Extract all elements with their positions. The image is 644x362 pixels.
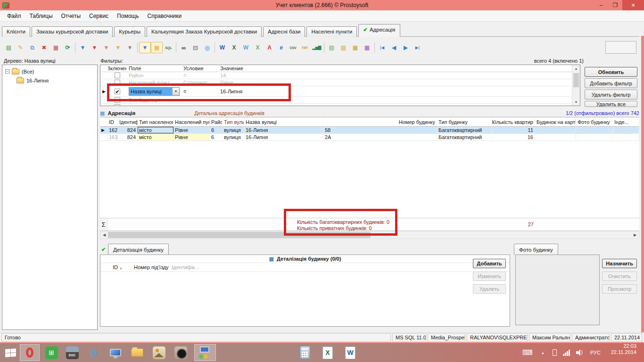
col-id[interactable]: ID▲ [111,264,132,270]
nav-last-icon[interactable]: ▶| [412,42,423,53]
search-icon[interactable]: ∞ [178,42,190,53]
detail-delete-button[interactable]: Удалить [473,284,506,294]
form-edit-icon[interactable]: ▤ [338,42,349,53]
filter-checkbox[interactable]: ✔ [108,86,127,96]
sql-filter-icon[interactable]: SQL [163,42,174,53]
checkbox-icon[interactable] [115,73,120,78]
filter-field[interactable]: Тип будинку [127,97,182,103]
scroll-thumb[interactable] [573,73,579,87]
filter-condition[interactable] [182,97,218,103]
taskbar-opera-icon[interactable] [20,344,40,361]
detail-add-button[interactable]: Добавить [473,259,506,268]
tray-volume[interactable]: ) [576,343,583,362]
menu-reference[interactable]: Справочники [143,13,186,19]
template-word-icon[interactable]: W [240,42,252,53]
tray-keyboard[interactable]: ⌨ [522,343,533,362]
col-settlement[interactable]: Населений пункт [173,117,210,126]
form-add-icon[interactable]: ▤ [326,42,338,53]
remove-filter-button[interactable]: Удалить фильтр [585,90,637,99]
checkbox-icon[interactable] [115,104,120,106]
export-word-icon[interactable]: W [216,42,228,53]
tab-delivery-orders[interactable]: Заказы курьерской доставки [32,26,113,37]
start-button[interactable] [3,344,18,361]
menu-reports[interactable]: Отчеты [57,13,85,19]
photo-view-button[interactable]: Просмотр [602,284,637,294]
scroll-down-icon[interactable]: ▼ [572,99,580,106]
col-index[interactable]: Інде... [613,117,639,126]
filter-condition[interactable]: = [182,72,218,79]
delete-table-icon[interactable]: ▦ [50,42,62,53]
export-pdf-icon[interactable]: A [264,42,275,53]
scroll-thumb[interactable] [108,232,371,238]
export-csv-icon[interactable]: CSV [287,42,299,53]
refresh-filters-button[interactable]: Обновить [585,67,637,77]
collapse-icon[interactable]: − [5,69,9,74]
filter-value[interactable]: Рівне [218,79,572,86]
tray-device[interactable] [553,343,557,362]
edit-record-icon[interactable]: ✎ [15,42,26,53]
filter-tree-icon[interactable]: ▦ [151,42,163,53]
checkbox-icon[interactable] [115,80,120,85]
tree-item-all[interactable]: − (Все) [2,67,97,76]
nav-first-icon[interactable]: |◀ [376,42,388,53]
form-tables-icon[interactable]: ▦ [361,42,373,53]
checkbox-icon[interactable] [115,97,120,103]
tray-clock[interactable]: 22:03 22.11.2014 [607,343,636,362]
taskbar-crm-icon[interactable] [194,344,216,361]
restore-button[interactable]: ❐ [608,0,622,10]
detail-edit-button[interactable]: Изменить [473,272,506,281]
taskbar-excel-icon[interactable]: X [320,344,336,361]
menu-file[interactable]: Файл [3,13,25,19]
col-entrance[interactable]: Номер під'їзду [132,264,170,270]
tray-language[interactable]: РУС [590,343,601,362]
table-row[interactable]: 163 824 місто Рівне 6 вулиця 16-Липня 2А… [100,134,639,141]
filter-checkbox[interactable] [108,104,127,106]
chevron-down-icon[interactable]: ▼ [172,88,179,95]
taskbar-word-icon[interactable]: W [342,344,358,361]
cell-settl-type[interactable]: місто [138,127,173,133]
filter-value[interactable]: 14 [218,72,572,79]
tab-couriers[interactable]: Курьеры [114,26,145,37]
filter-checkbox[interactable] [108,79,127,86]
scroll-left-icon[interactable]: ◀ [100,231,108,239]
refresh-icon[interactable]: ⟳ [62,42,74,53]
tab-order-calculation[interactable]: Калькуляция Заказа Курьерской доставки [147,26,262,37]
col-street-type[interactable]: Тип вулиці [223,117,244,126]
filter-field[interactable]: Район [127,72,182,79]
nav-prev-icon[interactable]: ◀ [388,42,400,53]
tab-house-photo[interactable]: Фото будинку [514,244,558,255]
export-html-icon[interactable]: e [275,42,287,53]
tray-network[interactable] [563,343,570,362]
menu-tables[interactable]: Таблицы [25,13,57,19]
col-apartments[interactable]: Кількість квартир [492,117,535,126]
tab-house-detail[interactable]: Деталізація будинку [108,244,169,255]
filter-add-icon[interactable]: ▼ [77,42,89,53]
filter-clear-icon[interactable]: ▼ [100,42,112,53]
tab-clients[interactable]: Клієнти [2,26,30,37]
taskbar-calculator-icon[interactable] [297,344,313,361]
remove-all-filters-button[interactable]: Удалить все [585,101,637,107]
filter-value[interactable]: 16-Липня [218,86,572,96]
filter-row[interactable]: Район = 14 [100,72,572,79]
field-combobox[interactable]: Назва вулиці▼ [129,87,180,96]
tray-show-hidden[interactable]: ▲ [541,343,545,362]
filter-delete-icon[interactable]: ▼ [89,42,100,53]
col-ident[interactable]: Ідентифік... [118,117,138,126]
col-map[interactable]: Будинок на карті [535,117,576,126]
filter-row[interactable]: Тип будинку [100,97,572,104]
taskbar-audio-icon[interactable] [173,344,189,361]
print-icon[interactable]: ⊟ [190,42,201,53]
col-ident[interactable]: Ідентифік... [170,264,198,270]
preview-icon[interactable]: ◎ [201,42,213,53]
filter-save-icon[interactable]: ▼ [124,42,136,53]
taskbar-ie-icon[interactable]: e [86,344,102,361]
taskbar-store-icon[interactable]: ⊞ [43,344,59,361]
delete-record-icon[interactable]: ✖ [38,42,50,53]
col-settl-type[interactable]: Тип населеног...▲ [138,117,173,126]
filter-field[interactable]: Назва вулиці▼ [127,86,182,96]
nav-next-icon[interactable]: ▶ [400,42,412,53]
add-filter-button[interactable]: Добавить фильтр [585,78,637,88]
export-excel-icon[interactable]: X [228,42,240,53]
table-row-selected[interactable]: ▶ 162 824 місто Рівне 6 вулиця 16-Липня … [100,127,639,134]
filter-value[interactable] [218,97,572,103]
